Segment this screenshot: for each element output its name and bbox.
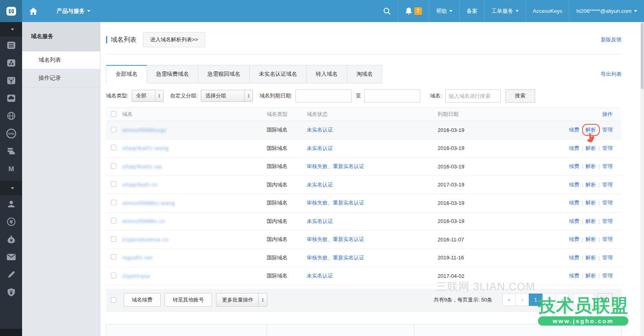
action-resolve-link[interactable]: 解析	[586, 126, 596, 134]
pagination-page-1[interactable]: 1	[529, 293, 542, 306]
rail-item-ecs[interactable]	[0, 54, 22, 72]
action-resolve-link[interactable]: 解析	[586, 181, 596, 188]
rail-collapse-button[interactable]	[0, 22, 22, 36]
expire-date-end-input[interactable]	[364, 89, 420, 103]
tab-transferred-in[interactable]: 转入域名	[307, 65, 347, 83]
batch-transfer-button[interactable]: 转至其他账号	[165, 293, 212, 307]
pagination-last-button[interactable]: »	[555, 293, 569, 306]
domain-status-link[interactable]: 未实名认证	[307, 182, 333, 188]
tab-unverified[interactable]: 未实名认证域名	[250, 65, 307, 83]
action-resolve-link[interactable]: 解析	[586, 163, 596, 170]
action-renew-link[interactable]: 续费	[569, 272, 579, 279]
custom-group-select[interactable]: 选择分组 ▲▼	[201, 90, 253, 102]
action-manage-link[interactable]: 管理	[602, 199, 613, 206]
action-resolve-link[interactable]: 解析	[586, 218, 596, 225]
tab-tao-domains[interactable]: 淘域名	[347, 65, 383, 83]
action-renew-link[interactable]: 续费	[569, 181, 579, 188]
rail-item-cdn[interactable]	[0, 107, 22, 125]
domain-link-blurred[interactable]: xkmsof5888ovgc	[122, 127, 167, 133]
rail-item-cloud-db[interactable]	[0, 89, 22, 107]
row-checkbox[interactable]	[111, 163, 116, 169]
domain-link-blurred[interactable]: regsdf2.net	[122, 255, 153, 261]
domain-link-blurred[interactable]: sftaqrfkaft1-wang	[122, 145, 169, 151]
pagination-goto-input[interactable]	[573, 293, 595, 306]
row-checkbox[interactable]	[111, 218, 116, 223]
tab-all-domains[interactable]: 全部域名	[106, 65, 147, 83]
action-manage-link[interactable]: 管理	[602, 254, 613, 261]
action-manage-link[interactable]: 管理	[602, 181, 613, 188]
domain-status-link[interactable]: 审核失败、重新实名认证	[307, 163, 364, 169]
domain-status-link[interactable]: 未实名认证	[307, 273, 333, 279]
aliyun-logo[interactable]	[0, 0, 22, 22]
rail-item-messages[interactable]	[0, 248, 22, 266]
expire-date-start-input[interactable]	[296, 89, 352, 103]
action-manage-link[interactable]: 管理	[602, 163, 613, 170]
action-resolve-link[interactable]: 解析	[586, 199, 596, 206]
domain-link-blurred[interactable]: sftaqrfkaft.cn	[122, 182, 157, 188]
more-batch-actions-select[interactable]: 更多批量操作 ▲▼	[216, 293, 267, 307]
action-renew-link[interactable]: 续费	[569, 145, 579, 152]
rail-item-network[interactable]	[0, 72, 22, 89]
action-resolve-link[interactable]: 解析	[586, 254, 596, 261]
tab-redemption-needed[interactable]: 急需赎回域名	[198, 65, 250, 83]
action-renew-link[interactable]: 续费	[569, 126, 579, 134]
row-checkbox[interactable]	[111, 200, 116, 205]
pagination-prev-button[interactable]: ‹	[516, 293, 529, 306]
domain-status-link[interactable]: 审核失败、重新实名认证	[307, 236, 364, 242]
row-checkbox[interactable]	[111, 236, 116, 242]
notifications-button[interactable]: 7	[398, 0, 429, 22]
domain-status-link[interactable]: 审核失败、重新实名认证	[307, 255, 364, 261]
domain-status-link[interactable]: 审核失败、重新实名认证	[307, 200, 364, 206]
domain-status-link[interactable]: 未实名认证	[307, 127, 333, 133]
row-checkbox[interactable]	[111, 145, 116, 150]
products-services-menu[interactable]: 产品与服务	[48, 8, 99, 15]
goto-dns-list-button[interactable]: 进入域名解析列表>>	[143, 32, 205, 47]
export-list-link[interactable]: 导出列表	[601, 71, 622, 78]
action-manage-link[interactable]: 管理	[602, 272, 613, 279]
vertical-scrollbar[interactable]	[640, 22, 644, 336]
scrollbar-thumb[interactable]	[641, 23, 644, 89]
action-renew-link[interactable]: 续费	[569, 199, 579, 206]
action-manage-link[interactable]: 管理	[602, 218, 613, 225]
domain-link-blurred[interactable]: 31jqxndiumisa.cn	[122, 237, 169, 243]
search-button[interactable]: 搜索	[505, 89, 535, 103]
pagination-next-button[interactable]: ›	[542, 293, 556, 306]
rail-item-security[interactable]	[0, 283, 22, 301]
search-button[interactable]	[376, 0, 398, 22]
ticket-service-menu[interactable]: 工单服务	[484, 0, 526, 22]
pagination-first-button[interactable]: «	[502, 293, 516, 306]
action-renew-link[interactable]: 续费	[569, 236, 579, 243]
rail-collapse-button-2[interactable]	[0, 181, 22, 195]
help-menu[interactable]: 帮助	[429, 0, 459, 22]
accesskeys-menu[interactable]: AccessKeys	[526, 0, 569, 22]
action-renew-link[interactable]: 续费	[569, 218, 579, 225]
rail-item-server[interactable]	[0, 142, 22, 160]
domain-status-link[interactable]: 未实名认证	[307, 218, 333, 224]
action-manage-link[interactable]: 管理	[602, 126, 613, 134]
action-resolve-link[interactable]: 解析	[586, 272, 596, 279]
action-renew-link[interactable]: 续费	[569, 254, 579, 261]
domain-link-blurred[interactable]: 2tyjmfrqsa	[122, 273, 150, 279]
new-version-feedback-link[interactable]: 新版反馈	[601, 36, 622, 43]
batch-select-all-checkbox[interactable]	[111, 297, 116, 303]
row-checkbox[interactable]	[111, 127, 116, 132]
action-renew-link[interactable]: 续费	[569, 163, 579, 170]
row-checkbox[interactable]	[111, 254, 116, 260]
sidebar-item-operation-log[interactable]: 操作记录	[22, 69, 100, 87]
tab-renewal-needed[interactable]: 急需续费域名	[147, 65, 198, 83]
action-resolve-link[interactable]: 解析	[586, 236, 596, 243]
pagination-go-button[interactable]: GO	[597, 293, 613, 306]
rail-item-feedback[interactable]	[0, 266, 22, 283]
action-manage-link[interactable]: 管理	[602, 236, 613, 243]
rail-item-monitor[interactable]: M	[0, 160, 22, 178]
sidebar-item-domain-list[interactable]: 域名列表	[22, 51, 100, 69]
action-manage-link[interactable]: 管理	[602, 145, 613, 152]
rail-item-console[interactable]	[0, 36, 22, 54]
rail-item-funds[interactable]: ¥	[0, 231, 22, 248]
rail-item-user[interactable]	[0, 195, 22, 213]
account-menu[interactable]: hi206*****@aliyun.com	[569, 0, 644, 22]
rail-item-billing[interactable]: ¥	[0, 213, 22, 231]
domain-link-blurred[interactable]: xkmsof5888sr.wang	[122, 200, 175, 206]
domain-link-blurred[interactable]: sftaqrfkafts.vip	[122, 164, 162, 170]
domain-status-link[interactable]: 未实名认证	[307, 145, 333, 151]
